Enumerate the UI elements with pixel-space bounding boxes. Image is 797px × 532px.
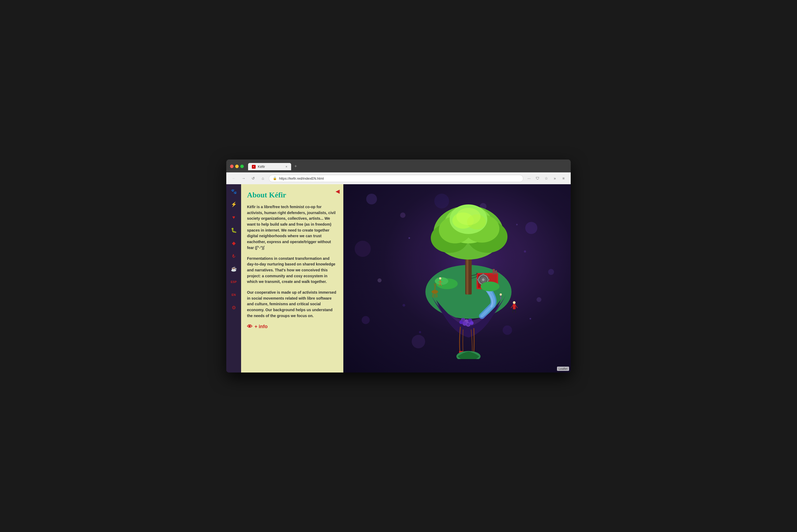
panel-paragraph-1: Kéfir is a libre/free tech feminist co-o… xyxy=(247,204,337,251)
tab-bar: K Kéfir × + xyxy=(248,162,299,170)
svg-point-39 xyxy=(500,293,502,296)
url-text: https://kefir.red/indexEN.html xyxy=(279,176,324,180)
svg-point-64 xyxy=(403,304,405,307)
sidebar-currency-icon[interactable]: ₺ xyxy=(229,251,238,261)
lock-icon: 🔒 xyxy=(273,176,277,180)
reload-button[interactable]: ↺ xyxy=(249,174,257,182)
svg-point-17 xyxy=(456,208,481,225)
svg-rect-26 xyxy=(477,279,479,281)
bookmark-icon[interactable]: ☆ xyxy=(543,175,550,182)
sidebar-settings-icon[interactable]: ⚙ xyxy=(229,303,238,312)
leaflet-attribution: Leaflet xyxy=(557,366,569,371)
title-bar: K Kéfir × + xyxy=(226,159,571,172)
svg-point-33 xyxy=(439,277,441,280)
traffic-lights xyxy=(230,165,244,168)
active-tab[interactable]: K Kéfir × xyxy=(248,163,291,170)
panel-paragraph-2: Fermentations in constant transformation… xyxy=(247,256,337,285)
minimize-button[interactable] xyxy=(235,165,239,168)
svg-point-61 xyxy=(467,323,470,326)
sidebar-paw-icon[interactable]: 🐾 xyxy=(229,187,238,196)
tab-favicon: K xyxy=(252,165,256,169)
svg-point-66 xyxy=(419,331,421,333)
svg-line-42 xyxy=(435,286,435,290)
svg-point-32 xyxy=(481,282,499,291)
sidebar: 🐾 ⚡ ♥ 🐛 ◆ ₺ ☕ ESP EN ⚙ xyxy=(226,184,241,373)
browser-window: K Kéfir × + ← → ↺ ⌂ 🔒 https://kefir.red/… xyxy=(226,159,571,373)
toolbar: ← → ↺ ⌂ 🔒 https://kefir.red/indexEN.html… xyxy=(226,172,571,184)
tab-title: Kéfir xyxy=(258,165,265,169)
eye-icon: 👁 xyxy=(247,324,253,330)
info-panel: ◀ About Kéfir Kéfir is a libre/free tech… xyxy=(241,184,343,373)
panel-toggle-button[interactable]: ◀ xyxy=(336,188,339,194)
shield-icon[interactable]: 🛡 xyxy=(534,175,541,182)
menu-icon[interactable]: ≡ xyxy=(560,175,567,182)
svg-point-67 xyxy=(516,224,518,225)
sidebar-coffee-icon[interactable]: ☕ xyxy=(229,264,238,273)
tab-close-button[interactable]: × xyxy=(285,165,288,169)
forward-button[interactable]: → xyxy=(240,174,247,182)
svg-rect-48 xyxy=(513,304,516,309)
address-bar[interactable]: 🔒 https://kefir.red/indexEN.html xyxy=(269,175,523,182)
svg-point-62 xyxy=(408,237,410,239)
extend-icon[interactable]: » xyxy=(551,175,558,182)
sidebar-bolt-icon[interactable]: ⚡ xyxy=(229,200,238,209)
more-options-icon[interactable]: ··· xyxy=(525,175,533,182)
svg-point-41 xyxy=(432,290,438,294)
sidebar-diamond-icon[interactable]: ◆ xyxy=(229,239,238,248)
more-info-link[interactable]: 👁 + info xyxy=(247,324,337,330)
svg-point-63 xyxy=(524,250,526,252)
panel-paragraph-3: Our cooperative is made up of activists … xyxy=(247,290,337,319)
new-tab-button[interactable]: + xyxy=(292,162,299,170)
more-info-label: + info xyxy=(255,324,268,329)
maximize-button[interactable] xyxy=(240,165,244,168)
svg-line-45 xyxy=(435,294,436,298)
panel-title: About Kéfir xyxy=(247,191,337,199)
svg-point-23 xyxy=(482,278,485,281)
back-button[interactable]: ← xyxy=(230,174,238,182)
svg-point-60 xyxy=(461,319,465,322)
sidebar-bug-icon[interactable]: 🐛 xyxy=(229,226,238,235)
toolbar-right: ··· 🛡 ☆ » ≡ xyxy=(525,175,567,182)
svg-rect-29 xyxy=(495,270,497,274)
kefir-illustration xyxy=(388,198,549,359)
svg-line-44 xyxy=(434,294,434,298)
svg-point-31 xyxy=(435,277,448,285)
svg-point-59 xyxy=(470,321,474,325)
svg-line-51 xyxy=(513,309,513,313)
svg-point-47 xyxy=(513,301,516,304)
svg-line-50 xyxy=(516,305,517,308)
map-area: Leaflet xyxy=(343,184,571,373)
sidebar-en-lang[interactable]: EN xyxy=(229,290,238,299)
svg-rect-24 xyxy=(482,273,484,276)
home-button[interactable]: ⌂ xyxy=(259,174,267,182)
svg-point-65 xyxy=(530,318,531,320)
sidebar-esp-lang[interactable]: ESP xyxy=(229,277,238,286)
svg-rect-28 xyxy=(493,269,495,274)
sidebar-heart-icon[interactable]: ♥ xyxy=(229,213,238,222)
browser-content: 🐾 ⚡ ♥ 🐛 ◆ ₺ ☕ ESP EN ⚙ ◀ About Kéfir Kéf… xyxy=(226,184,571,373)
svg-line-52 xyxy=(515,309,516,313)
svg-rect-27 xyxy=(487,279,489,281)
close-button[interactable] xyxy=(230,165,234,168)
